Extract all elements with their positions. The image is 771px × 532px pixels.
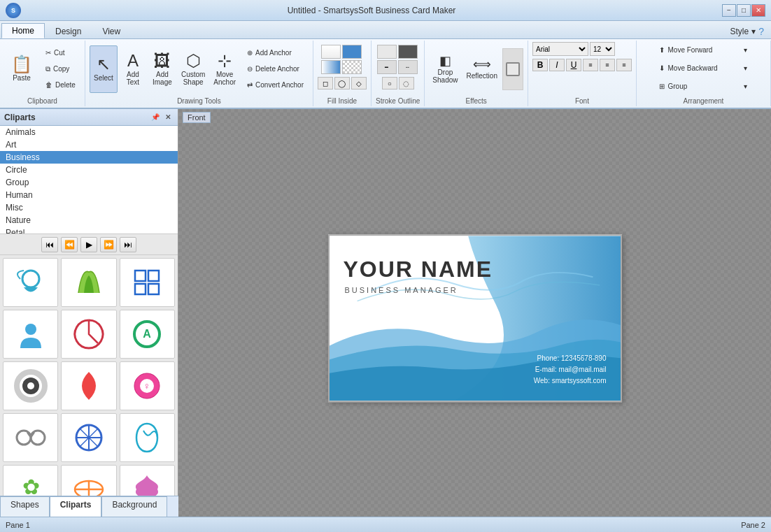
clipboard-label: Clipboard <box>27 97 57 105</box>
clipart-item[interactable] <box>61 361 116 410</box>
panel-close-button[interactable]: ✕ <box>162 112 174 123</box>
convert-anchor-icon: ⇄ <box>247 81 253 89</box>
svg-text:✿: ✿ <box>22 475 39 496</box>
stroke-width-button[interactable]: ━ <box>377 60 397 74</box>
window-title: Untitled - SmartsysSoft Business Card Ma… <box>21 6 722 15</box>
svg-text:A: A <box>143 328 152 340</box>
clipart-item[interactable] <box>61 465 116 496</box>
stroke-extra-1[interactable]: ○ <box>382 77 397 89</box>
svg-point-14 <box>17 431 31 445</box>
status-pane2: Pane 2 <box>741 521 765 529</box>
app-icon: S <box>6 3 21 18</box>
media-prev-button[interactable]: ⏪ <box>61 237 78 252</box>
chevron-down-icon: ▾ <box>751 27 756 36</box>
category-item-art[interactable]: Art <box>0 138 178 151</box>
category-item-nature[interactable]: Nature <box>0 214 178 227</box>
fill-inside-label: Fill Inside <box>327 97 357 105</box>
move-forward-button[interactable]: ⬆ Move Forward ▾ <box>654 42 752 57</box>
cut-button[interactable]: ✂ Cut <box>41 45 80 61</box>
tab-home[interactable]: Home <box>1 23 45 38</box>
delete-button[interactable]: 🗑 Delete <box>41 78 80 93</box>
clipart-item[interactable]: ♀ <box>120 361 175 410</box>
move-backward-button[interactable]: ⬇ Move Backward ▾ <box>654 60 752 76</box>
clipart-item[interactable] <box>3 413 58 462</box>
fill-style-button[interactable] <box>321 45 341 59</box>
stroke-color-button[interactable] <box>398 45 418 59</box>
move-forward-dropdown-icon: ▾ <box>744 46 747 54</box>
category-item-group[interactable]: Group <box>0 176 178 189</box>
clipart-item[interactable] <box>61 413 116 462</box>
custom-shape-button[interactable]: ⬡ CustomShape <box>178 45 208 93</box>
clipart-item[interactable] <box>3 310 58 359</box>
bottom-tab-cliparts[interactable]: Cliparts <box>50 496 102 517</box>
style-button[interactable]: Style ▾ ? <box>723 24 771 38</box>
clipart-item[interactable] <box>120 465 175 496</box>
paste-button[interactable]: 📋 Paste <box>4 45 39 93</box>
clipart-item[interactable] <box>61 310 116 359</box>
add-anchor-icon: ⊕ <box>247 49 253 57</box>
copy-button[interactable]: ⧉ Copy <box>41 62 80 77</box>
bold-button[interactable]: B <box>532 59 548 71</box>
add-text-button[interactable]: A AddText <box>119 45 147 93</box>
bottom-tab-shapes[interactable]: Shapes <box>0 496 50 517</box>
convert-anchor-button[interactable]: ⇄ Convert Anchor <box>242 78 309 93</box>
effects-preview[interactable] <box>502 48 523 90</box>
fill-color-button[interactable] <box>342 45 362 59</box>
reflection-button[interactable]: ⟺ Reflection <box>463 45 501 93</box>
drop-shadow-button[interactable]: ◧ DropShadow <box>429 45 461 93</box>
minimize-button[interactable]: − <box>722 4 736 17</box>
maximize-button[interactable]: □ <box>737 4 751 17</box>
media-next-next-button[interactable]: ⏭ <box>120 237 136 252</box>
font-family-select[interactable]: Arial <box>532 42 588 56</box>
font-size-select[interactable]: 12 <box>590 42 615 56</box>
ribbon: 📋 Paste ✂ Cut ⧉ Copy 🗑 Delete Clipboard <box>0 39 771 109</box>
stroke-dash-button[interactable]: ╌ <box>398 60 418 74</box>
move-anchor-button[interactable]: ⊹ MoveAnchor <box>210 45 239 93</box>
clipart-item[interactable]: A <box>120 310 175 359</box>
fill-pattern-button[interactable] <box>342 60 362 74</box>
left-panel: Cliparts 📌 ✕ AnimalsArtBusinessCircleGro… <box>0 109 178 496</box>
front-label: Front <box>183 112 211 123</box>
stroke-extra-2[interactable]: ◌ <box>399 77 414 89</box>
panel-pin-button[interactable]: 📌 <box>150 112 161 123</box>
media-prev-prev-button[interactable]: ⏮ <box>41 237 58 252</box>
svg-rect-2 <box>148 271 159 281</box>
fill-shape-1[interactable]: ◻ <box>318 77 333 89</box>
clipart-item[interactable]: ✿ <box>3 465 58 496</box>
category-item-human[interactable]: Human <box>0 189 178 201</box>
category-item-circle[interactable]: Circle <box>0 164 178 176</box>
clipart-item[interactable] <box>3 361 58 410</box>
tab-design[interactable]: Design <box>45 23 92 38</box>
category-item-misc[interactable]: Misc <box>0 201 178 214</box>
close-button[interactable]: ✕ <box>751 4 765 17</box>
svg-point-15 <box>31 431 45 445</box>
align-center-button[interactable]: ≡ <box>600 59 615 71</box>
tab-view[interactable]: View <box>92 23 131 38</box>
media-next-button[interactable]: ⏩ <box>100 237 117 252</box>
business-card[interactable]: YOUR NAME BUSINESS MANAGER Phone: 123456… <box>328 234 622 402</box>
category-item-petal[interactable]: Petal <box>0 227 178 234</box>
fill-shape-3[interactable]: ◇ <box>351 77 367 89</box>
clipart-item[interactable] <box>120 413 175 462</box>
media-play-button[interactable]: ▶ <box>80 237 97 252</box>
add-anchor-button[interactable]: ⊕ Add Anchor <box>242 45 309 61</box>
category-item-animals[interactable]: Animals <box>0 126 178 138</box>
underline-button[interactable]: U <box>566 59 581 71</box>
fill-gradient-button[interactable] <box>321 60 341 74</box>
select-button[interactable]: ↖ Select <box>90 45 118 93</box>
add-image-icon: 🖼 <box>154 52 171 69</box>
clipart-item[interactable] <box>120 258 175 307</box>
clipart-item[interactable] <box>3 258 58 307</box>
italic-button[interactable]: I <box>549 59 565 71</box>
stroke-style-button[interactable] <box>377 45 397 59</box>
fill-shape-2[interactable]: ◯ <box>334 77 350 89</box>
group-button[interactable]: ⊞ Group ▾ <box>654 78 752 94</box>
delete-anchor-button[interactable]: ⊖ Delete Anchor <box>242 62 309 77</box>
bottom-tab-background[interactable]: Background <box>101 496 167 517</box>
align-left-button[interactable]: ≡ <box>583 59 598 71</box>
category-item-business[interactable]: Business <box>0 151 178 164</box>
clipart-item[interactable] <box>61 258 116 307</box>
add-image-button[interactable]: 🖼 AddImage <box>148 45 176 93</box>
align-right-button[interactable]: ≡ <box>616 59 632 71</box>
drawing-tools-group: ↖ Select A AddText 🖼 AddImage ⬡ CustomSh… <box>85 41 313 106</box>
